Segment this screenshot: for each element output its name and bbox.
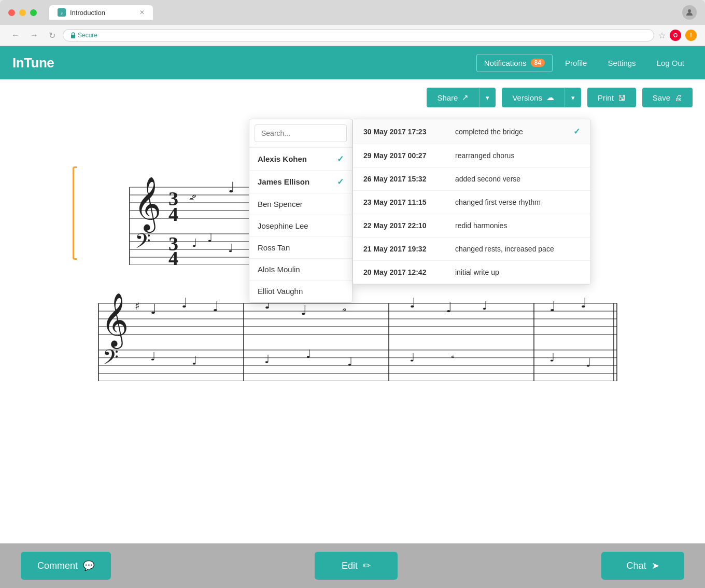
svg-text:♩: ♩	[549, 351, 555, 364]
share-person-name: Ben Spencer	[258, 200, 303, 208]
version-desc: redid harmonies	[455, 221, 580, 230]
app-logo: InTune	[12, 55, 476, 71]
versions-button[interactable]: Versions ☁	[502, 88, 565, 107]
address-bar[interactable]: Secure	[63, 29, 654, 41]
share-person-ross[interactable]: Ross Tan	[249, 237, 352, 259]
share-person-elliot[interactable]: Elliot Vaughn	[249, 281, 352, 302]
version-row-5[interactable]: 22 May 2017 22:10 redid harmonies	[353, 214, 590, 237]
selected-icon: ✓	[337, 154, 344, 164]
svg-text:4: 4	[168, 247, 178, 265]
share-person-josephine[interactable]: Josephine Lee	[249, 215, 352, 237]
svg-text:♩: ♩	[207, 231, 213, 244]
versions-button-group: Versions ☁ ▾	[502, 88, 581, 107]
browser-toolbar-icons: ☆ O !	[658, 30, 697, 41]
svg-text:♩: ♩	[213, 299, 219, 314]
share-person-name: James Ellison	[258, 177, 309, 186]
versions-dropdown-button[interactable]: ▾	[565, 88, 581, 107]
profile-link[interactable]: Profile	[557, 54, 596, 72]
svg-text:♯: ♯	[135, 300, 140, 312]
edit-icon: ✏	[363, 560, 371, 571]
svg-rect-1	[71, 35, 75, 38]
version-row-3[interactable]: 26 May 2017 15:32 added second verse	[353, 167, 590, 191]
version-desc: changed first verse rhythm	[455, 198, 580, 206]
share-button[interactable]: Share ↗	[427, 88, 479, 107]
tab-close-button[interactable]: ✕	[139, 9, 145, 16]
browser-tab-area: ♪ Introduction ✕	[49, 5, 678, 20]
edit-button[interactable]: Edit ✏	[315, 552, 398, 580]
versions-dropdown: 30 May 2017 17:23 completed the bridge ✓…	[353, 119, 591, 285]
version-row-1[interactable]: 30 May 2017 17:23 completed the bridge ✓	[353, 119, 590, 144]
staff-svg-2: 𝄞 𝄢 ♯ ♩ ♩ ♩ ♩ ♩ ♩ ♩ 𝅗 ♩ ♩ ♩	[21, 277, 684, 381]
bottom-bar: Comment 💬 Edit ✏ Chat ➤	[0, 543, 705, 588]
notifications-badge: 84	[531, 59, 545, 67]
svg-text:♩: ♩	[586, 356, 591, 369]
version-date: 29 May 2017 00:27	[363, 151, 449, 160]
staff-system-2: 𝄞 𝄢 ♯ ♩ ♩ ♩ ♩ ♩ ♩ ♩ 𝅗 ♩ ♩ ♩	[21, 277, 684, 383]
chat-button[interactable]: Chat ➤	[601, 552, 684, 580]
logout-link[interactable]: Log Out	[648, 54, 693, 72]
browser-profile-icon[interactable]	[682, 5, 697, 20]
svg-text:♩: ♩	[192, 354, 197, 367]
share-dropdown-button[interactable]: ▾	[479, 88, 496, 107]
minimize-traffic-light[interactable]	[19, 9, 26, 16]
opera-icon[interactable]: O	[670, 30, 681, 41]
svg-text:𝄼: 𝄼	[189, 198, 194, 200]
share-label: Share	[437, 93, 458, 102]
close-traffic-light[interactable]	[8, 9, 15, 16]
warning-icon[interactable]: !	[685, 30, 697, 41]
reload-button[interactable]: ↻	[46, 30, 59, 41]
svg-text:𝄢: 𝄢	[103, 346, 119, 373]
svg-text:𝄞: 𝄞	[101, 293, 129, 349]
version-desc: added second verse	[455, 175, 580, 183]
share-person-alexis[interactable]: Alexis Kohen ✓	[249, 148, 352, 171]
maximize-traffic-light[interactable]	[30, 9, 37, 16]
save-button[interactable]: Save 🖨	[642, 88, 693, 107]
tab-title: Introduction	[70, 9, 105, 17]
notifications-label: Notifications	[484, 59, 527, 67]
back-button[interactable]: ←	[8, 30, 23, 41]
chat-label: Chat	[626, 561, 646, 571]
forward-button[interactable]: →	[27, 30, 41, 41]
version-desc: initial write up	[455, 268, 580, 276]
svg-text:♩: ♩	[228, 179, 235, 195]
version-row-6[interactable]: 21 May 2017 19:32 changed rests, increas…	[353, 237, 590, 261]
comment-button[interactable]: Comment 💬	[21, 552, 111, 580]
share-button-group: Share ↗ ▾	[427, 88, 496, 107]
nav-items: Notifications 84 Profile Settings Log Ou…	[476, 54, 693, 72]
share-icon: ↗	[462, 93, 469, 102]
version-date: 30 May 2017 17:23	[363, 128, 449, 136]
comment-label: Comment	[37, 561, 78, 571]
svg-text:♩: ♩	[150, 350, 156, 363]
print-button[interactable]: Print 🖫	[587, 88, 636, 107]
notifications-button[interactable]: Notifications 84	[476, 54, 553, 72]
selected-icon: ✓	[337, 177, 344, 187]
version-date: 22 May 2017 22:10	[363, 221, 449, 230]
share-search-input[interactable]	[255, 124, 347, 142]
version-row-4[interactable]: 23 May 2017 11:15 changed first verse rh…	[353, 191, 590, 214]
share-person-ben[interactable]: Ben Spencer	[249, 193, 352, 215]
svg-text:♩: ♩	[264, 353, 270, 366]
orange-bracket	[73, 166, 77, 260]
share-person-name: Elliot Vaughn	[258, 287, 303, 296]
bookmark-icon[interactable]: ☆	[658, 31, 666, 40]
browser-tab[interactable]: ♪ Introduction ✕	[49, 5, 153, 20]
print-button-group: Print 🖫	[587, 88, 636, 107]
svg-text:♩: ♩	[410, 351, 415, 364]
version-row-7[interactable]: 20 May 2017 12:42 initial write up	[353, 261, 590, 284]
comment-icon-btn: 💬	[83, 560, 94, 571]
secure-badge: Secure	[70, 32, 97, 39]
versions-cloud-icon: ☁	[546, 93, 554, 102]
svg-text:♩: ♩	[192, 236, 197, 249]
svg-text:♩: ♩	[347, 355, 353, 368]
share-search-area	[249, 119, 352, 148]
share-person-james[interactable]: James Ellison ✓	[249, 171, 352, 193]
svg-text:♩: ♩	[181, 296, 188, 311]
svg-text:♩: ♩	[301, 303, 307, 318]
edit-label: Edit	[342, 561, 358, 571]
share-person-alois[interactable]: Aloïs Moulin	[249, 259, 352, 281]
version-row-2[interactable]: 29 May 2017 00:27 rearranged chorus	[353, 144, 590, 167]
browser-toolbar: ← → ↻ Secure ☆ O !	[0, 25, 705, 46]
print-label: Print	[598, 93, 614, 102]
svg-text:♩: ♩	[482, 299, 487, 312]
settings-link[interactable]: Settings	[599, 54, 644, 72]
